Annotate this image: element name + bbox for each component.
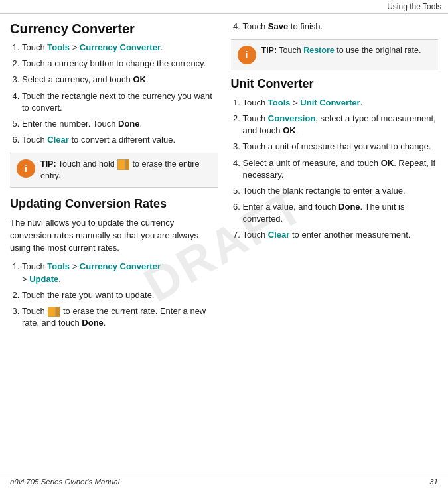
right-steps-intro: Touch Save to finish. xyxy=(231,21,439,33)
eraser-icon-1 xyxy=(117,159,129,170)
clear-label: Clear xyxy=(47,135,69,145)
svg-rect-1 xyxy=(125,159,129,170)
tip-icon-2: i xyxy=(238,46,256,64)
currency-converter-link-2: Currency Converter xyxy=(80,261,161,271)
list-item: Touch Save to finish. xyxy=(243,21,439,33)
list-item: Touch Tools > Unit Converter. xyxy=(243,97,439,109)
header-bar: Using the Tools xyxy=(0,0,448,14)
list-item: Touch a currency button to change the cu… xyxy=(22,58,218,70)
list-item: Touch Conversion, select a type of measu… xyxy=(243,113,439,137)
list-item: Enter a value, and touch Done. The unit … xyxy=(243,201,439,225)
list-item: Touch Clear to convert a different value… xyxy=(22,134,218,146)
tip-box-2: i TIP: Touch Restore to use the original… xyxy=(231,39,439,70)
unit-converter-link: Unit Converter xyxy=(300,98,360,107)
save-label: Save xyxy=(268,21,288,31)
left-column: Currency Converter Touch Tools > Currenc… xyxy=(10,21,218,336)
list-item: Touch a unit of measure that you want to… xyxy=(243,141,439,153)
list-item: Touch the rate you want to update. xyxy=(22,289,218,301)
list-item: Touch Tools > Currency Converter > Updat… xyxy=(22,261,218,285)
tip-text-1: TIP: Touch and hold to erase the entire … xyxy=(40,159,211,182)
header-title: Using the Tools xyxy=(387,2,441,11)
done-label: Done xyxy=(118,119,140,129)
list-item: Enter the number. Touch Done. xyxy=(22,118,218,130)
right-column: Touch Save to finish. i TIP: Touch Resto… xyxy=(231,21,439,336)
unit-converter-steps: Touch Tools > Unit Converter. Touch Conv… xyxy=(231,97,439,242)
list-item: Touch Tools > Currency Converter. xyxy=(22,42,218,54)
tools-link-2: Tools xyxy=(47,261,70,271)
list-item: Touch to erase the current rate. Enter a… xyxy=(22,305,218,329)
footer-right: 31 xyxy=(429,478,438,486)
list-item: Select a currency, and touch OK. xyxy=(22,74,218,86)
footer-bar: nüvi 705 Series Owner's Manual 31 xyxy=(0,474,448,489)
currency-converter-steps: Touch Tools > Currency Converter. Touch … xyxy=(10,42,218,146)
restore-label: Restore xyxy=(303,46,335,55)
currency-converter-link: Currency Converter xyxy=(80,42,161,52)
done-label-3: Done xyxy=(338,202,360,212)
done-label-2: Done xyxy=(82,318,104,328)
unit-converter-heading: Unit Converter xyxy=(231,77,439,92)
ok-label-3: OK xyxy=(381,158,394,168)
footer-left: nüvi 705 Series Owner's Manual xyxy=(10,478,119,486)
svg-rect-4 xyxy=(56,307,60,317)
updating-section: Updating Conversion Rates The nüvi allow… xyxy=(10,197,218,329)
ok-label: OK xyxy=(133,74,146,84)
currency-converter-heading: Currency Converter xyxy=(10,21,218,36)
tip-text-2: TIP: Touch Restore to use the original r… xyxy=(261,45,421,57)
tools-link-3: Tools xyxy=(268,98,291,107)
updating-intro: The nüvi allows you to update the curren… xyxy=(10,217,218,255)
tip-icon-1: i xyxy=(17,159,35,178)
list-item: Touch the blank rectangle to enter a val… xyxy=(243,185,439,197)
list-item: Select a unit of measure, and touch OK. … xyxy=(243,157,439,181)
eraser-icon-2 xyxy=(48,307,60,317)
list-item: Touch the rectangle next to the currency… xyxy=(22,90,218,114)
tools-link: Tools xyxy=(47,42,70,52)
list-item: Touch Clear to enter another measurement… xyxy=(243,229,439,241)
updating-steps: Touch Tools > Currency Converter > Updat… xyxy=(10,261,218,329)
main-content: Currency Converter Touch Tools > Currenc… xyxy=(0,14,448,342)
tip-box-1: i TIP: Touch and hold to erase the entir… xyxy=(10,153,218,188)
tip-label-2: TIP: xyxy=(261,46,277,55)
ok-label-2: OK xyxy=(283,125,296,135)
conversion-label: Conversion xyxy=(268,113,316,123)
clear-label-2: Clear xyxy=(268,230,290,240)
tip-label-1: TIP: xyxy=(40,159,56,169)
update-link: Update xyxy=(29,274,58,284)
updating-heading: Updating Conversion Rates xyxy=(10,197,218,212)
